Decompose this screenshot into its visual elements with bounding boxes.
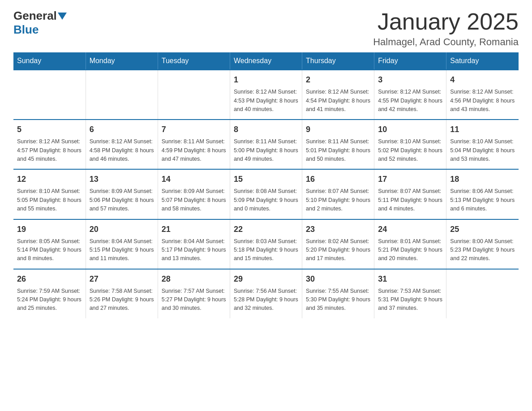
day-number: 9	[306, 124, 370, 136]
calendar-table: SundayMondayTuesdayWednesdayThursdayFrid…	[13, 52, 519, 318]
day-number: 31	[378, 273, 442, 285]
day-of-week-header: Tuesday	[158, 52, 230, 70]
day-number: 8	[234, 124, 298, 136]
calendar-cell: 16Sunrise: 8:07 AM Sunset: 5:10 PM Dayli…	[302, 169, 374, 219]
day-of-week-header: Thursday	[302, 52, 374, 70]
calendar-cell: 26Sunrise: 7:59 AM Sunset: 5:24 PM Dayli…	[13, 269, 86, 318]
calendar-cell: 2Sunrise: 8:12 AM Sunset: 4:54 PM Daylig…	[302, 70, 374, 120]
day-info: Sunrise: 8:09 AM Sunset: 5:06 PM Dayligh…	[90, 187, 154, 213]
day-info: Sunrise: 8:02 AM Sunset: 5:20 PM Dayligh…	[306, 237, 370, 263]
day-number: 29	[234, 273, 298, 285]
day-info: Sunrise: 7:56 AM Sunset: 5:28 PM Dayligh…	[234, 287, 298, 313]
day-info: Sunrise: 7:55 AM Sunset: 5:30 PM Dayligh…	[306, 287, 370, 313]
day-info: Sunrise: 7:59 AM Sunset: 5:24 PM Dayligh…	[17, 287, 82, 313]
day-number: 27	[90, 273, 154, 285]
calendar-week-row: 26Sunrise: 7:59 AM Sunset: 5:24 PM Dayli…	[13, 269, 519, 318]
day-info: Sunrise: 7:57 AM Sunset: 5:27 PM Dayligh…	[162, 287, 226, 313]
calendar-cell: 20Sunrise: 8:04 AM Sunset: 5:15 PM Dayli…	[86, 219, 158, 269]
day-number: 28	[162, 273, 226, 285]
day-info: Sunrise: 8:11 AM Sunset: 4:59 PM Dayligh…	[162, 137, 226, 163]
logo-arrow-icon	[58, 13, 67, 20]
logo-blue-text: Blue	[13, 23, 39, 36]
day-number: 19	[17, 223, 82, 235]
day-info: Sunrise: 7:53 AM Sunset: 5:31 PM Dayligh…	[378, 287, 442, 313]
day-number: 2	[306, 74, 370, 86]
day-info: Sunrise: 8:10 AM Sunset: 5:02 PM Dayligh…	[378, 137, 442, 163]
day-of-week-header: Sunday	[13, 52, 86, 70]
day-info: Sunrise: 8:12 AM Sunset: 4:56 PM Dayligh…	[450, 88, 515, 114]
day-info: Sunrise: 8:12 AM Sunset: 4:57 PM Dayligh…	[17, 137, 82, 163]
logo: General Blue	[13, 9, 68, 37]
day-info: Sunrise: 8:07 AM Sunset: 5:11 PM Dayligh…	[378, 187, 442, 213]
day-number: 24	[378, 223, 442, 235]
day-info: Sunrise: 8:04 AM Sunset: 5:17 PM Dayligh…	[162, 237, 226, 263]
day-number: 10	[378, 124, 442, 136]
calendar-header-row: SundayMondayTuesdayWednesdayThursdayFrid…	[13, 52, 519, 70]
calendar-cell: 21Sunrise: 8:04 AM Sunset: 5:17 PM Dayli…	[158, 219, 230, 269]
calendar-week-row: 19Sunrise: 8:05 AM Sunset: 5:14 PM Dayli…	[13, 219, 519, 269]
day-info: Sunrise: 8:07 AM Sunset: 5:10 PM Dayligh…	[306, 187, 370, 213]
day-number: 13	[90, 173, 154, 185]
day-number: 11	[450, 124, 515, 136]
calendar-cell: 11Sunrise: 8:10 AM Sunset: 5:04 PM Dayli…	[446, 120, 519, 169]
day-info: Sunrise: 8:12 AM Sunset: 4:53 PM Dayligh…	[234, 88, 298, 114]
calendar-cell: 25Sunrise: 8:00 AM Sunset: 5:23 PM Dayli…	[446, 219, 519, 269]
day-info: Sunrise: 8:08 AM Sunset: 5:09 PM Dayligh…	[234, 187, 298, 213]
calendar-cell: 19Sunrise: 8:05 AM Sunset: 5:14 PM Dayli…	[13, 219, 86, 269]
day-number: 12	[17, 173, 82, 185]
day-number: 16	[306, 173, 370, 185]
calendar-cell: 29Sunrise: 7:56 AM Sunset: 5:28 PM Dayli…	[230, 269, 302, 318]
day-number: 6	[90, 124, 154, 136]
calendar-cell: 24Sunrise: 8:01 AM Sunset: 5:21 PM Dayli…	[374, 219, 446, 269]
day-info: Sunrise: 8:04 AM Sunset: 5:15 PM Dayligh…	[90, 237, 154, 263]
day-info: Sunrise: 8:00 AM Sunset: 5:23 PM Dayligh…	[450, 237, 515, 263]
day-of-week-header: Saturday	[446, 52, 519, 70]
calendar-cell	[158, 70, 230, 120]
day-info: Sunrise: 8:12 AM Sunset: 4:54 PM Dayligh…	[306, 88, 370, 114]
day-info: Sunrise: 8:06 AM Sunset: 5:13 PM Dayligh…	[450, 187, 515, 213]
calendar-cell: 23Sunrise: 8:02 AM Sunset: 5:20 PM Dayli…	[302, 219, 374, 269]
calendar-cell: 8Sunrise: 8:11 AM Sunset: 5:00 PM Daylig…	[230, 120, 302, 169]
day-number: 21	[162, 223, 226, 235]
calendar-cell: 12Sunrise: 8:10 AM Sunset: 5:05 PM Dayli…	[13, 169, 86, 219]
title-section: January 2025 Halmagel, Arad County, Roma…	[373, 9, 519, 48]
calendar-cell	[13, 70, 86, 120]
day-number: 30	[306, 273, 370, 285]
day-info: Sunrise: 8:11 AM Sunset: 5:01 PM Dayligh…	[306, 137, 370, 163]
day-number: 4	[450, 74, 515, 86]
day-number: 17	[378, 173, 442, 185]
day-number: 22	[234, 223, 298, 235]
calendar-cell: 18Sunrise: 8:06 AM Sunset: 5:13 PM Dayli…	[446, 169, 519, 219]
day-number: 25	[450, 223, 515, 235]
calendar-week-row: 5Sunrise: 8:12 AM Sunset: 4:57 PM Daylig…	[13, 120, 519, 169]
day-info: Sunrise: 8:12 AM Sunset: 4:58 PM Dayligh…	[90, 137, 154, 163]
calendar-cell	[446, 269, 519, 318]
day-number: 3	[378, 74, 442, 86]
day-info: Sunrise: 8:03 AM Sunset: 5:18 PM Dayligh…	[234, 237, 298, 263]
calendar-cell: 3Sunrise: 8:12 AM Sunset: 4:55 PM Daylig…	[374, 70, 446, 120]
day-number: 20	[90, 223, 154, 235]
day-number: 1	[234, 74, 298, 86]
day-number: 5	[17, 124, 82, 136]
calendar-cell: 27Sunrise: 7:58 AM Sunset: 5:26 PM Dayli…	[86, 269, 158, 318]
calendar-cell: 4Sunrise: 8:12 AM Sunset: 4:56 PM Daylig…	[446, 70, 519, 120]
day-info: Sunrise: 8:01 AM Sunset: 5:21 PM Dayligh…	[378, 237, 442, 263]
day-of-week-header: Monday	[86, 52, 158, 70]
day-info: Sunrise: 8:10 AM Sunset: 5:04 PM Dayligh…	[450, 137, 515, 163]
calendar-cell: 22Sunrise: 8:03 AM Sunset: 5:18 PM Dayli…	[230, 219, 302, 269]
page-header: General Blue January 2025 Halmagel, Arad…	[13, 9, 519, 48]
day-number: 14	[162, 173, 226, 185]
calendar-cell: 14Sunrise: 8:09 AM Sunset: 5:07 PM Dayli…	[158, 169, 230, 219]
day-info: Sunrise: 8:11 AM Sunset: 5:00 PM Dayligh…	[234, 137, 298, 163]
day-info: Sunrise: 8:10 AM Sunset: 5:05 PM Dayligh…	[17, 187, 82, 213]
day-info: Sunrise: 8:12 AM Sunset: 4:55 PM Dayligh…	[378, 88, 442, 114]
day-number: 7	[162, 124, 226, 136]
calendar-week-row: 12Sunrise: 8:10 AM Sunset: 5:05 PM Dayli…	[13, 169, 519, 219]
logo-general-text: General	[13, 9, 57, 23]
calendar-subtitle: Halmagel, Arad County, Romania	[373, 36, 519, 48]
day-info: Sunrise: 8:09 AM Sunset: 5:07 PM Dayligh…	[162, 187, 226, 213]
day-info: Sunrise: 7:58 AM Sunset: 5:26 PM Dayligh…	[90, 287, 154, 313]
calendar-cell: 17Sunrise: 8:07 AM Sunset: 5:11 PM Dayli…	[374, 169, 446, 219]
calendar-cell: 31Sunrise: 7:53 AM Sunset: 5:31 PM Dayli…	[374, 269, 446, 318]
day-number: 26	[17, 273, 82, 285]
